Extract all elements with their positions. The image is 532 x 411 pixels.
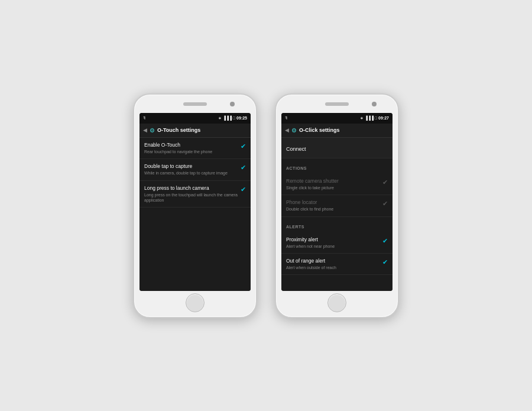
phone-1-screen: ꟻ ∗ ▐▐▐ □ 09:25 ◀ ⚙ O-Touch settings [140, 113, 251, 291]
phone-2-top [280, 101, 394, 111]
home-button-2[interactable] [327, 293, 346, 312]
setting-title-1-1: Double tap to capture [144, 163, 238, 169]
signal-icon-1: ▐▐▐ [223, 116, 232, 120]
speaker-2 [325, 102, 349, 106]
connect-item[interactable]: Connect [281, 138, 392, 158]
section-header-alerts-text: ALERTS [286, 225, 304, 229]
setting-item-1-1[interactable]: Double tap to capture While in camera, d… [140, 159, 251, 180]
check-icon-2-actions-0: ✔ [382, 179, 388, 186]
camera-2 [372, 102, 377, 106]
section-header-alerts: ALERTS [281, 217, 392, 232]
setting-subtitle-2-alerts-1: Alert when outside of reach [286, 265, 380, 270]
section-header-actions: ACTIONS [281, 158, 392, 174]
battery-icon-1: □ [233, 116, 235, 120]
phone-2-body: ꟻ ∗ ▐▐▐ □ 09:27 ◀ ⚙ O-Click settings Co [275, 93, 399, 318]
setting-item-2-alerts-1[interactable]: Out of range alert Alert when outside of… [281, 254, 392, 275]
check-icon-2-alerts-1: ✔ [382, 258, 388, 266]
status-right-2: ∗ ▐▐▐ □ 09:27 [360, 116, 389, 121]
section-header-actions-text: ACTIONS [286, 166, 307, 170]
setting-text-2-alerts-1: Out of range alert Alert when outside of… [286, 258, 380, 270]
check-icon-1-1: ✔ [241, 164, 246, 171]
setting-subtitle-2-actions-1: Double click to find phone [286, 206, 380, 212]
status-left-2: ꟻ [285, 116, 287, 121]
settings-content-1: Enable O-Touch Rear touchpad to navigate… [140, 138, 251, 291]
setting-text-1-1: Double tap to capture While in camera, d… [144, 163, 238, 176]
setting-text-2-actions-0: Remote camera shutter Single click to ta… [286, 178, 380, 190]
title-bar-2: ◀ ⚙ O-Click settings [281, 124, 392, 138]
title-text-1: O-Touch settings [157, 127, 200, 133]
check-icon-1-0: ✔ [241, 143, 246, 150]
status-bar-2: ꟻ ∗ ▐▐▐ □ 09:27 [281, 113, 392, 124]
setting-text-1-0: Enable O-Touch Rear touchpad to navigate… [144, 142, 238, 154]
bluetooth-icon-2: ∗ [360, 116, 364, 121]
setting-item-1-2[interactable]: Long press to launch camera Long press o… [140, 181, 251, 208]
setting-text-1-2: Long press to launch camera Long press o… [144, 185, 238, 203]
phone-2-bottom [327, 295, 346, 311]
setting-title-2-actions-1: Phone locator [286, 199, 380, 205]
speaker-1 [183, 102, 207, 106]
title-bar-1: ◀ ⚙ O-Touch settings [140, 124, 251, 138]
setting-title-2-actions-0: Remote camera shutter [286, 178, 380, 184]
phone-2-screen: ꟻ ∗ ▐▐▐ □ 09:27 ◀ ⚙ O-Click settings Co [281, 113, 392, 291]
setting-item-2-actions-1: Phone locator Double click to find phone… [281, 195, 392, 216]
back-icon-2[interactable]: ◀ [285, 127, 289, 133]
phone-1-bottom [186, 295, 205, 311]
check-icon-1-2: ✔ [241, 186, 246, 193]
setting-title-2-alerts-1: Out of range alert [286, 258, 380, 264]
back-icon-1[interactable]: ◀ [143, 127, 147, 133]
gear-icon-1: ⚙ [150, 127, 155, 134]
phone-1-body: ꟻ ∗ ▐▐▐ □ 09:25 ◀ ⚙ O-Touch settings [133, 93, 257, 318]
setting-item-2-alerts-0[interactable]: Proximity alert Alert when not near phon… [281, 232, 392, 254]
status-right-1: ∗ ▐▐▐ □ 09:25 [218, 116, 247, 121]
status-bar-1: ꟻ ∗ ▐▐▐ □ 09:25 [140, 113, 251, 124]
setting-text-2-alerts-0: Proximity alert Alert when not near phon… [286, 237, 380, 249]
oppo-icon-1: ꟻ [143, 116, 145, 121]
setting-subtitle-1-2: Long press on the touchpad will launch t… [144, 192, 238, 203]
setting-subtitle-2-actions-0: Single click to take picture [286, 185, 380, 190]
status-left-1: ꟻ [143, 116, 145, 121]
setting-subtitle-1-1: While in camera, double tap to capture i… [144, 170, 238, 176]
time-1: 09:25 [236, 116, 247, 120]
title-text-2: O-Click settings [299, 127, 340, 133]
setting-title-1-0: Enable O-Touch [144, 142, 238, 148]
bluetooth-icon-1: ∗ [218, 116, 222, 121]
check-icon-2-actions-1: ✔ [382, 200, 388, 208]
setting-item-2-actions-0: Remote camera shutter Single click to ta… [281, 174, 392, 195]
setting-subtitle-1-0: Rear touchpad to navigate the phone [144, 149, 238, 154]
setting-title-1-2: Long press to launch camera [144, 185, 238, 191]
battery-icon-2: □ [375, 116, 377, 120]
time-2: 09:27 [378, 116, 389, 120]
connect-label: Connect [286, 146, 306, 152]
camera-1 [230, 102, 235, 106]
home-button-1[interactable] [186, 293, 205, 312]
phone-2: ꟻ ∗ ▐▐▐ □ 09:27 ◀ ⚙ O-Click settings Co [275, 93, 399, 318]
phone-1: ꟻ ∗ ▐▐▐ □ 09:25 ◀ ⚙ O-Touch settings [133, 93, 257, 318]
settings-content-2: Connect ACTIONS Remote camera shutter Si… [281, 138, 392, 291]
setting-title-2-alerts-0: Proximity alert [286, 237, 380, 242]
oppo-icon-2: ꟻ [285, 116, 287, 121]
signal-icon-2: ▐▐▐ [365, 116, 374, 120]
phone-1-top [138, 101, 252, 111]
setting-text-2-actions-1: Phone locator Double click to find phone [286, 199, 380, 212]
gear-icon-2: ⚙ [291, 127, 297, 134]
setting-subtitle-2-alerts-0: Alert when not near phone [286, 244, 380, 249]
setting-item-1-0[interactable]: Enable O-Touch Rear touchpad to navigate… [140, 138, 251, 159]
check-icon-2-alerts-0: ✔ [382, 237, 388, 245]
